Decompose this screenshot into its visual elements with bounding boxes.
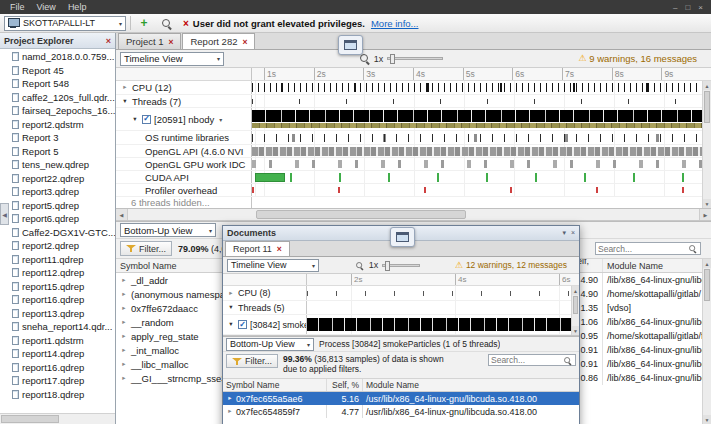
threads-activity-track[interactable] (307, 301, 579, 314)
tree-item[interactable]: report14.qdrep (0, 347, 115, 361)
tree-item[interactable]: Report 3 (0, 131, 115, 145)
documents-window[interactable]: Documents ▾ × Report 11 × Timeline View … (222, 225, 580, 424)
symbol-row[interactable]: ▸ 0x7fec654859f7 4.77 /usr/lib/x86_64-li… (223, 405, 579, 418)
scroll-up-button[interactable]: ▲ (703, 259, 711, 268)
profiler-overhead-track[interactable] (252, 184, 711, 196)
search-input[interactable] (491, 355, 562, 365)
scroll-left-button[interactable]: ◀ (116, 209, 128, 220)
timeline-row-os-runtime[interactable]: OS runtime libraries (116, 131, 711, 145)
cuda-api-track[interactable] (252, 171, 711, 183)
column-header-module[interactable]: Module Name (363, 379, 579, 391)
tree-item[interactable]: report3.qdrep (0, 185, 115, 199)
tree-item[interactable]: Report 45 (0, 64, 115, 78)
minimize-button[interactable]: – (673, 3, 677, 12)
timeline-row-hidden-threads[interactable]: 6 threads hidden... (116, 197, 711, 208)
timeline-row-profiler-overhead[interactable]: Profiler overhead (116, 184, 711, 197)
scroll-up-button[interactable]: ▲ (572, 286, 579, 295)
expand-icon[interactable]: ▸ (226, 395, 234, 402)
tree-item[interactable]: report11.qdrep (0, 253, 115, 267)
symbol-row[interactable]: ▸ 0x7fec655a5ae6 5.16 /usr/lib/x86_64-li… (223, 392, 579, 405)
opengl-api-track[interactable] (252, 145, 711, 157)
tab-close-icon[interactable]: × (169, 37, 174, 47)
view-mode-select[interactable]: Timeline View ▾ (227, 259, 319, 272)
timeline-row-opengl-api[interactable]: OpenGL API (4.6.0 NVI (116, 145, 711, 158)
tree-item[interactable]: Report 5 (0, 145, 115, 159)
timeline-row-opengl-gpu[interactable]: OpenGL GPU work IDC (116, 158, 711, 171)
close-panel-icon[interactable]: × (106, 36, 111, 46)
dock-guide-icon[interactable] (338, 35, 363, 55)
close-button[interactable]: × (698, 3, 703, 12)
tab-report-282[interactable]: Report 282 × (182, 33, 255, 49)
search-box[interactable] (595, 242, 701, 255)
tab-close-icon[interactable]: × (242, 37, 247, 47)
search-box[interactable] (488, 354, 576, 366)
opengl-gpu-track[interactable] (252, 158, 711, 170)
tree-item[interactable]: fairseq_2epochs_16... (0, 104, 115, 118)
project-tree-hscrollbar[interactable] (0, 413, 115, 424)
search-input[interactable] (598, 244, 687, 254)
tree-item[interactable]: report5.qdrep (0, 199, 115, 213)
scroll-up-button[interactable]: ▲ (703, 81, 711, 90)
collapse-icon[interactable]: ▾ (227, 304, 235, 311)
tree-item[interactable]: tens_new.qdrep (0, 158, 115, 172)
collapse-icon[interactable]: ▾ (131, 116, 139, 123)
tab-close-icon[interactable]: × (277, 244, 282, 254)
messages-link[interactable]: ⚠ 9 warnings, 16 messages (578, 53, 707, 64)
more-info-link[interactable]: More info... (371, 18, 419, 29)
scroll-down-button[interactable]: ▼ (572, 326, 579, 335)
zoom-slider[interactable] (382, 264, 420, 267)
zoom-slider-thumb[interactable] (390, 54, 395, 64)
os-runtime-track[interactable] (252, 131, 711, 144)
expand-icon[interactable]: ▸ (120, 347, 128, 354)
tree-item[interactable]: report6.qdrep (0, 212, 115, 226)
sidebar-collapse-handle[interactable]: ◀ (0, 203, 9, 225)
menu-item[interactable]: File (4, 0, 31, 14)
timeline-vscrollbar[interactable]: ▲ ▼ (571, 286, 579, 335)
cuda-range-block[interactable] (255, 173, 285, 182)
filter-button[interactable]: Filter... (226, 354, 278, 368)
cpu-activity-track[interactable] (252, 81, 711, 94)
menu-item[interactable]: View (31, 0, 62, 14)
column-header-symbol[interactable]: Symbol Name (223, 379, 327, 391)
maximize-button[interactable]: □ (685, 3, 690, 12)
timeline-row-cpu[interactable]: ▸ CPU (12) (116, 81, 711, 95)
expand-icon[interactable]: ▸ (227, 290, 235, 297)
target-device-select[interactable]: SKOTTAPALLI-LT ▾ (4, 16, 126, 31)
scroll-down-button[interactable]: ▼ (703, 199, 711, 208)
dock-guide-icon[interactable] (390, 227, 415, 247)
scroll-thumb[interactable] (704, 91, 710, 123)
threads-activity-track[interactable] (252, 95, 711, 107)
tab-report-11[interactable]: Report 11 × (225, 241, 290, 256)
inspect-target-button[interactable] (157, 15, 175, 31)
timeline-vscrollbar[interactable]: ▲ ▼ (702, 81, 711, 208)
zoom-icon[interactable] (355, 261, 363, 269)
expand-icon[interactable]: ▸ (120, 319, 128, 326)
collapse-icon[interactable]: ▾ (227, 321, 235, 328)
tree-item[interactable]: report12.qdrep (0, 266, 115, 280)
timeline-row-nbody-thread[interactable]: ▾ ✓ [20591] nbody ▾ (116, 108, 711, 131)
timeline-row-threads[interactable]: ▾ Threads (7) (116, 95, 711, 108)
tree-item[interactable]: report18.qdrep (0, 388, 115, 402)
tree-item[interactable]: sneha_report14.qdr... (0, 320, 115, 334)
tree-item[interactable]: report16.qdrep (0, 293, 115, 307)
expand-icon[interactable]: ▸ (120, 361, 128, 368)
timeline-row-cpu[interactable]: ▸ CPU (8) (223, 286, 579, 301)
scroll-thumb[interactable] (256, 210, 466, 219)
filter-button[interactable]: Filter... (120, 241, 172, 256)
expand-icon[interactable]: ▸ (120, 305, 128, 312)
expand-icon[interactable]: ▸ (120, 291, 128, 298)
zoom-slider[interactable] (387, 57, 443, 60)
tree-item[interactable]: Caffe2-DGX1V-GTC... (0, 226, 115, 240)
window-close-icon[interactable]: × (571, 229, 575, 237)
collapse-icon[interactable]: ▾ (121, 98, 129, 105)
scroll-right-button[interactable]: ▶ (699, 209, 711, 220)
window-menu-icon[interactable]: ▾ (562, 229, 566, 237)
tree-item[interactable]: report15.qdrep (0, 280, 115, 294)
zoom-slider-thumb[interactable] (385, 261, 390, 271)
view-mode-select[interactable]: Timeline View ▾ (120, 52, 224, 66)
smokeparticles-activity-track[interactable] (307, 315, 579, 334)
scroll-thumb[interactable] (573, 296, 578, 314)
scroll-thumb[interactable] (1, 415, 59, 423)
tree-item[interactable]: caffe2_120s_full.qdr... (0, 91, 115, 105)
table-vscrollbar[interactable]: ▲ ▼ (702, 259, 711, 424)
